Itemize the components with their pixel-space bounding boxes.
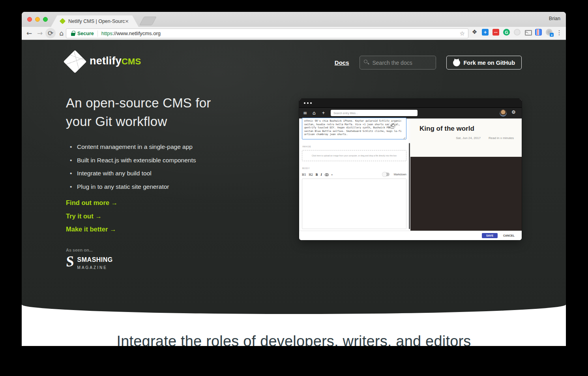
site-logo[interactable]: netlifyCMS: [66, 52, 141, 70]
try-it-out-link[interactable]: Try it out →: [66, 212, 118, 220]
bookmark-star-icon[interactable]: ☆: [460, 30, 465, 37]
demo-hamburger-icon: ≡: [303, 110, 307, 116]
browser-window: Netlify CMS | Open-Source Co × Brian ← →…: [22, 12, 566, 346]
demo-title-textarea: ethnic 90's chia Bushwick iPhone. Keytar…: [302, 118, 406, 139]
demo-body-textarea: [302, 179, 406, 229]
url-rest: ://www.netlifycms.org: [112, 30, 161, 36]
demo-markdown-label: Markdown: [394, 173, 406, 176]
secure-label: Secure: [77, 31, 94, 36]
demo-save-button: SAVE: [482, 233, 498, 238]
page-content: netlifyCMS Docs Fork me on GitHub An ope…: [22, 40, 566, 346]
hero-bullet-list: Content management in a single-page app …: [67, 143, 196, 196]
docs-search-input[interactable]: [360, 56, 436, 70]
github-octocat-icon: [453, 59, 460, 66]
demo-format-toolbar: H1 H2 B I + Markdown: [302, 171, 406, 177]
smashing-name: SMASHING: [77, 256, 113, 263]
demo-body-label: BODY: [302, 167, 310, 169]
back-button[interactable]: ←: [24, 28, 34, 38]
netlify-diamond-icon: [63, 50, 86, 73]
demo-image-label: IMAGE: [302, 145, 311, 148]
extensions-row: ❖ + ••• G x: [471, 29, 552, 36]
demo-link-icon: [325, 173, 328, 176]
demo-eye-slash-icon: [389, 122, 395, 128]
demo-h2-button: H2: [309, 173, 313, 177]
demo-cancel-button: CANCEL: [503, 234, 515, 237]
extension-blocked-icon[interactable]: x: [546, 29, 552, 36]
hero-bullet: Plug in to any static site generator: [67, 183, 196, 190]
hero-section: netlifyCMS Docs Fork me on GitHub An ope…: [22, 40, 566, 314]
mac-minimize-button[interactable]: [35, 17, 40, 22]
demo-footer: SAVE CANCEL: [299, 231, 522, 240]
demo-search-placeholder: Search entry titles...: [333, 112, 358, 115]
demo-dropzone-text: Click here to upload an image from your …: [312, 154, 397, 157]
make-it-better-link[interactable]: Make it better →: [66, 226, 118, 233]
extension-grammarly-icon[interactable]: G: [503, 29, 510, 36]
demo-search-input: Search entry titles...: [331, 110, 418, 116]
browser-tab[interactable]: Netlify CMS | Open-Source Co ×: [51, 15, 139, 27]
tab-close-icon[interactable]: ×: [125, 18, 129, 24]
home-button[interactable]: ⌂: [56, 28, 67, 38]
hero-bullet: Content management in a single-page app: [67, 143, 196, 150]
next-section-heading: Integrate the roles of developers, write…: [22, 333, 566, 346]
demo-italic-button: I: [320, 173, 322, 177]
extension-lighthouse-icon[interactable]: [535, 29, 542, 36]
new-tab-button[interactable]: [139, 17, 157, 25]
demo-avatar: [500, 109, 507, 117]
search-icon: [364, 60, 367, 63]
hero-bullet: Built in React.js with extensible compon…: [67, 157, 196, 164]
smashing-s-icon: S: [65, 254, 75, 269]
extension-plus-icon[interactable]: +: [482, 29, 489, 36]
demo-preview-readtime: Read in x minutes: [489, 136, 514, 140]
demo-home-icon: ⌂: [313, 110, 316, 116]
demo-preview-title: King of the world: [419, 125, 474, 133]
demo-add-icon: +: [322, 110, 325, 116]
find-out-more-link[interactable]: Find out more →: [66, 199, 118, 207]
smashing-magazine-logo[interactable]: S SMASHING MAGAZINE: [66, 254, 113, 271]
smashing-subname: MAGAZINE: [77, 265, 107, 270]
address-bar[interactable]: Secure https://www.netlifycms.org ☆: [66, 28, 468, 38]
demo-scrollbar-thumb: [409, 143, 410, 229]
reload-button[interactable]: ⟳: [45, 28, 56, 38]
demo-preview-panel: King of the world Sat, Jun 24, 2017 Read…: [410, 118, 522, 231]
hero-title: An open-source CMS for your Git workflow: [66, 94, 211, 131]
profile-name[interactable]: Brian: [549, 16, 560, 21]
extension-disabled-icon[interactable]: [514, 29, 521, 36]
site-nav: Docs Fork me on GitHub: [335, 56, 522, 70]
secure-lock-icon: [71, 31, 75, 36]
logo-text: netlify: [90, 55, 122, 67]
forward-button[interactable]: →: [35, 28, 45, 38]
github-button-label: Fork me on GitHub: [464, 60, 515, 66]
hero-bullet: Integrate with any build tool: [67, 170, 196, 177]
demo-preview-date: Sat, Jun 24, 2017: [456, 136, 481, 140]
demo-markdown-toggle: [383, 173, 390, 176]
mac-close-button[interactable]: [27, 17, 32, 22]
extension-password-icon[interactable]: •••: [492, 29, 499, 36]
url-text: https://www.netlifycms.org: [101, 30, 161, 36]
github-fork-button[interactable]: Fork me on GitHub: [446, 56, 522, 70]
url-divider: [97, 30, 98, 37]
demo-titlebar: [299, 99, 522, 108]
extension-x-badge: x: [550, 33, 554, 37]
netlify-favicon-icon: [60, 18, 66, 24]
demo-image-dropzone: Click here to upload an image from your …: [302, 150, 406, 161]
mac-zoom-button[interactable]: [43, 17, 48, 22]
demo-window-dots-icon: [304, 102, 312, 104]
demo-preview-meta: Sat, Jun 24, 2017 Read in x minutes: [410, 136, 522, 140]
cms-demo-screenshot: ≡ ⌂ + Search entry titles... ⚙ ethnic 90…: [299, 99, 522, 240]
extension-cast-icon[interactable]: [524, 29, 531, 36]
nav-docs-link[interactable]: Docs: [335, 59, 349, 66]
url-scheme: https: [101, 30, 112, 36]
hero-title-line1: An open-source CMS for: [66, 94, 211, 112]
demo-gear-icon: ⚙: [511, 109, 516, 115]
logo-suffix: CMS: [122, 56, 141, 66]
browser-toolbar: ← → ⟳ ⌂ Secure https://www.netlifycms.or…: [22, 27, 566, 40]
demo-body: ethnic 90's chia Bushwick iPhone. Keytar…: [299, 118, 522, 231]
demo-appbar: ≡ ⌂ + Search entry titles... ⚙: [299, 108, 522, 118]
tab-title: Netlify CMS | Open-Source Co: [68, 19, 125, 24]
as-seen-on-label: As seen on...: [66, 248, 93, 252]
demo-plus-button: +: [331, 173, 333, 177]
browser-menu-icon[interactable]: ⋮: [556, 29, 563, 36]
tab-bar: Netlify CMS | Open-Source Co × Brian: [22, 12, 566, 27]
extension-layers-icon[interactable]: ❖: [471, 29, 478, 36]
demo-bold-button: B: [316, 173, 318, 177]
